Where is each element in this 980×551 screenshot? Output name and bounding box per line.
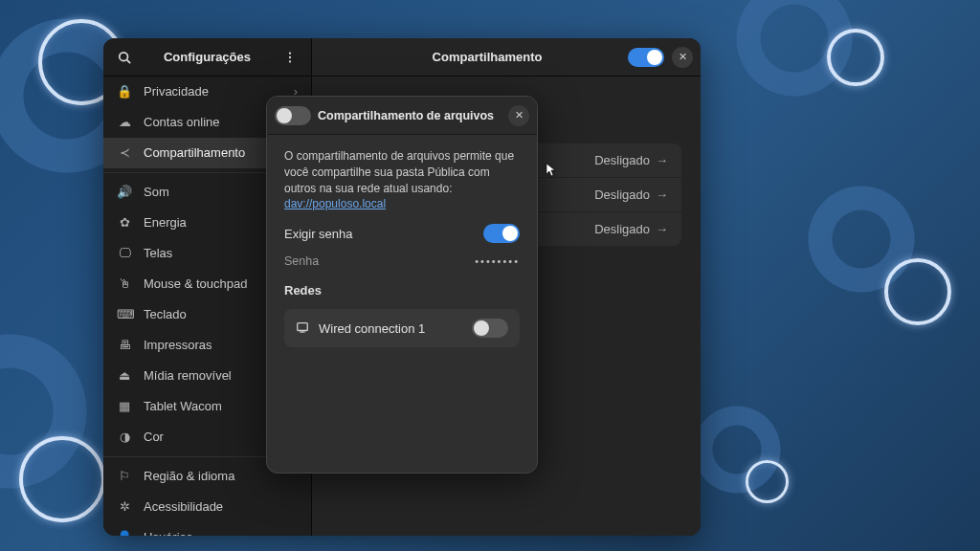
dialog-description: O compartilhamento de arquivos permite q… [284,148,520,212]
password-row: Senha •••••••• [284,254,520,268]
sidebar-item-label: Impressoras [144,338,212,352]
dialog-header: Compartilhamento de arquivos ✕ [267,97,537,135]
sidebar-item-label: Mouse & touchpad [144,276,247,291]
svg-point-4 [289,60,291,62]
sharing-master-switch[interactable] [628,48,664,67]
sidebar-item-label: Contas online [144,115,220,129]
sidebar-item-icon: ⚐ [117,469,132,483]
sidebar-item-icon: 🔒 [117,84,132,99]
sidebar-item-usuarios[interactable]: 👤Usuários [103,522,311,536]
sidebar-item-icon: 👤 [117,530,132,536]
sidebar-item-label: Compartilhamento [144,145,245,160]
password-field[interactable]: •••••••• [475,255,520,267]
chevron-right-icon: → [656,153,668,167]
page-title: Compartilhamento [346,50,628,64]
network-name: Wired connection 1 [319,321,462,336]
sidebar-item-label: Tablet Wacom [144,399,222,413]
svg-rect-6 [300,331,304,332]
network-switch[interactable] [472,319,508,338]
svg-line-1 [127,59,131,63]
sidebar-item-icon: ✲ [117,499,132,514]
sidebar-item-label: Região & idioma [144,469,234,483]
status-label: Desligado [594,222,650,236]
sidebar-title: Configurações [138,50,277,64]
require-password-switch[interactable] [483,224,520,243]
svg-point-0 [120,52,128,60]
chevron-right-icon: → [656,222,668,236]
sidebar-item-label: Acessibilidade [144,499,223,514]
sidebar-item-label: Usuários [144,530,192,536]
sidebar-item-label: Teclado [144,307,187,321]
sidebar-item-icon: 🖶 [117,338,132,352]
file-sharing-switch[interactable] [275,106,311,125]
wired-icon [296,320,309,337]
sidebar-item-icon: 🖱 [117,276,132,291]
require-password-row: Exigir senha [284,224,520,243]
sidebar-item-icon: ◑ [117,430,132,444]
sidebar-item-icon: ⌨ [117,307,132,321]
sidebar-item-icon: ☁ [117,115,132,129]
password-label: Senha [284,254,319,268]
search-icon[interactable] [111,44,138,71]
sidebar-item-acessibilidade[interactable]: ✲Acessibilidade [103,492,311,522]
sidebar-item-icon: ≺ [117,145,132,160]
require-password-label: Exigir senha [284,227,353,241]
network-row: Wired connection 1 [284,309,520,347]
sidebar-item-icon: ⏏ [117,368,132,383]
sidebar-item-icon: 🖵 [117,246,132,260]
menu-icon[interactable] [277,44,303,71]
sidebar-item-icon: 🔊 [117,185,132,199]
svg-point-2 [289,52,291,54]
dav-link[interactable]: dav://populoso.local [284,197,386,210]
status-label: Desligado [594,153,650,167]
status-label: Desligado [594,187,650,202]
sidebar-item-label: Energia [144,215,187,230]
sidebar-item-icon: ▦ [117,399,132,413]
dialog-title: Compartilhamento de arquivos [311,109,501,122]
sidebar-item-icon: ✿ [117,215,132,230]
sidebar-header: Configurações [103,38,311,77]
close-icon[interactable]: ✕ [672,47,693,68]
svg-rect-5 [298,322,308,330]
file-sharing-dialog: Compartilhamento de arquivos ✕ O compart… [266,96,538,474]
networks-heading: Redes [284,283,520,298]
sidebar-item-label: Telas [144,246,172,260]
main-header: Compartilhamento ✕ [312,38,701,77]
dialog-close-icon[interactable]: ✕ [508,105,529,126]
sidebar-item-label: Mídia removível [144,368,232,383]
sidebar-item-label: Privacidade [144,84,209,99]
sidebar-item-label: Cor [144,430,164,444]
svg-point-3 [289,55,291,57]
sidebar-item-label: Som [144,185,169,199]
chevron-right-icon: → [656,187,668,202]
